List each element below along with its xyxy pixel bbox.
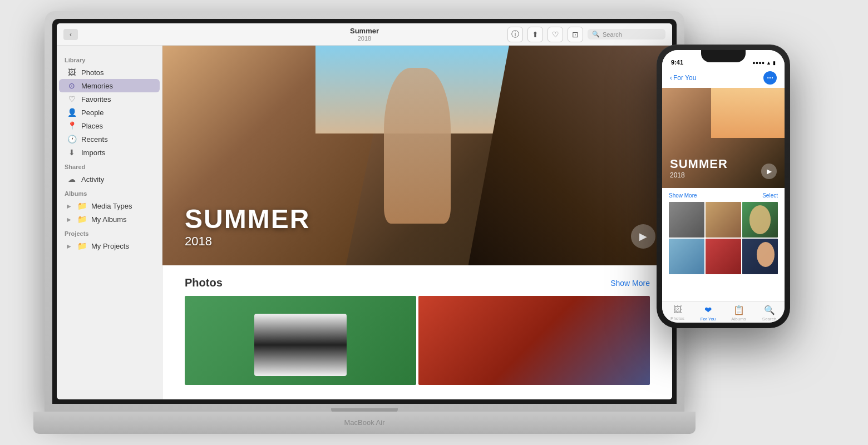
macbook: ‹ Summer 2018 ⓘ ⬆ ♡ ⊡ — [45, 11, 684, 434]
iphone-photo-grid — [669, 202, 778, 274]
iphone-thumb-6[interactable] — [742, 239, 778, 274]
search-label: Search — [603, 31, 622, 38]
info-button[interactable]: ⓘ — [507, 27, 523, 42]
search-bar[interactable]: 🔍 Search — [588, 29, 665, 39]
tab-albums-icon: 📋 — [733, 305, 744, 315]
titlebar-center: Summer 2018 — [350, 27, 379, 42]
hero-title: SUMMER — [185, 204, 310, 234]
albums-section-label: Albums — [57, 186, 162, 199]
signal-icon: ●●●● — [752, 60, 765, 66]
iphone-photos-section: Show More Select — [662, 188, 785, 279]
library-section-label: Library — [57, 52, 162, 66]
iphone-thumb-1[interactable] — [669, 202, 704, 238]
sidebar-item-memories[interactable]: ⊙ Memories — [59, 79, 160, 92]
main-content: SUMMER 2018 ▶ Photos Show More — [162, 46, 672, 399]
back-chevron-icon: ‹ — [670, 74, 672, 82]
sidebar-item-activity[interactable]: ☁ Activity — [59, 172, 160, 186]
search-icon: 🔍 — [592, 31, 600, 38]
macbook-label: MacBook Air — [33, 412, 696, 434]
sidebar-photos-label: Photos — [81, 68, 103, 77]
back-button[interactable]: ‹ — [63, 29, 78, 40]
iphone-notch — [701, 50, 746, 62]
iphone-thumb-2[interactable] — [706, 202, 741, 238]
projects-section-label: Projects — [57, 226, 162, 239]
iphone-hero-overlay: SUMMER 2018 — [670, 157, 728, 179]
sidebar-item-my-albums[interactable]: ▶ 📁 My Albums — [59, 212, 160, 226]
chevron-right-icon-2: ▶ — [67, 216, 71, 222]
iphone-tab-bar: 🖼 Photos ❤ For You 📋 Albums 🔍 Search — [662, 301, 785, 323]
tab-for-you-icon: ❤ — [704, 305, 712, 315]
sidebar-item-imports[interactable]: ⬇ Imports — [59, 146, 160, 159]
iphone-tab-for-you[interactable]: ❤ For You — [693, 305, 723, 322]
my-albums-icon: 📁 — [77, 215, 87, 224]
share-button[interactable]: ⬆ — [527, 27, 543, 42]
iphone-show-more[interactable]: Show More — [669, 192, 697, 199]
chevron-right-icon: ▶ — [67, 203, 71, 209]
show-more-button[interactable]: Show More — [610, 279, 650, 288]
iphone-select-button[interactable]: Select — [762, 192, 778, 199]
sidebar-item-places[interactable]: 📍 Places — [59, 119, 160, 132]
activity-icon: ☁ — [67, 175, 77, 184]
iphone-nav: ‹ For You ··· — [662, 68, 785, 88]
shared-section-label: Shared — [57, 159, 162, 172]
iphone-back-label: For You — [673, 74, 696, 82]
iphone: 9:41 ●●●● ▲ ▮ ‹ For You ··· — [657, 44, 790, 328]
sidebar-people-label: People — [81, 108, 103, 117]
macbook-bezel: ‹ Summer 2018 ⓘ ⬆ ♡ ⊡ — [52, 19, 677, 404]
photos-icon: 🖼 — [67, 68, 77, 77]
sidebar-recents-label: Recents — [81, 135, 108, 144]
favorite-button[interactable]: ♡ — [548, 27, 563, 42]
sidebar-item-media-types[interactable]: ▶ 📁 Media Types — [59, 199, 160, 212]
iphone-thumb-3[interactable] — [742, 202, 778, 238]
sidebar-item-photos[interactable]: 🖼 Photos — [59, 66, 160, 79]
sidebar-item-my-projects[interactable]: ▶ 📁 My Projects — [59, 239, 160, 253]
sidebar-item-people[interactable]: 👤 People — [59, 106, 160, 119]
places-icon: 📍 — [67, 121, 77, 130]
slideshow-button[interactable]: ⊡ — [568, 27, 583, 42]
sidebar-media-types-label: Media Types — [91, 202, 132, 210]
macbook-body: ‹ Summer 2018 ⓘ ⬆ ♡ ⊡ — [45, 11, 684, 412]
sidebar-places-label: Places — [81, 122, 103, 130]
macbook-base: MacBook Air — [33, 412, 696, 434]
iphone-time: 9:41 — [671, 59, 683, 66]
photo-thumbnail-2[interactable] — [418, 296, 650, 385]
sidebar-imports-label: Imports — [81, 149, 105, 157]
tab-photos-label: Photos — [670, 316, 684, 321]
iphone-body: 9:41 ●●●● ▲ ▮ ‹ For You ··· — [657, 44, 790, 328]
iphone-thumb-4[interactable] — [669, 239, 704, 274]
iphone-hero: SUMMER 2018 ▶ — [662, 88, 785, 188]
iphone-play-button[interactable]: ▶ — [761, 164, 777, 179]
people-icon: 👤 — [67, 108, 77, 117]
memories-icon: ⊙ — [67, 81, 77, 90]
sidebar-item-recents[interactable]: 🕐 Recents — [59, 132, 160, 146]
hero-overlay: SUMMER 2018 — [185, 204, 310, 249]
my-projects-icon: 📁 — [77, 241, 87, 250]
titlebar-left: ‹ — [63, 29, 78, 40]
sidebar-my-albums-label: My Albums — [91, 215, 127, 224]
iphone-thumb-5[interactable] — [706, 239, 741, 274]
titlebar-right: ⓘ ⬆ ♡ ⊡ 🔍 Search — [507, 27, 665, 42]
iphone-tab-photos[interactable]: 🖼 Photos — [662, 305, 693, 322]
sidebar: Library 🖼 Photos ⊙ Memories — [57, 46, 162, 399]
iphone-menu-button[interactable]: ··· — [763, 71, 777, 85]
tab-for-you-label: For You — [701, 317, 716, 322]
favorites-icon: ♡ — [67, 95, 77, 103]
iphone-hero-title: SUMMER — [670, 157, 728, 171]
tab-albums-label: Albums — [731, 317, 746, 322]
photos-section: Photos Show More — [162, 265, 672, 396]
photos-header: Photos Show More — [185, 276, 650, 289]
imports-icon: ⬇ — [67, 148, 77, 157]
photos-app: ‹ Summer 2018 ⓘ ⬆ ♡ ⊡ — [57, 23, 672, 399]
hero-year: 2018 — [185, 234, 310, 249]
window-subtitle: 2018 — [358, 35, 371, 42]
photos-section-label: Photos — [185, 276, 223, 289]
iphone-tab-albums[interactable]: 📋 Albums — [723, 305, 754, 322]
iphone-tab-search[interactable]: 🔍 Search — [754, 305, 785, 322]
window-title: Summer — [350, 27, 379, 35]
sidebar-activity-label: Activity — [81, 175, 104, 184]
sidebar-item-favorites[interactable]: ♡ Favorites — [59, 92, 160, 106]
photo-thumbnail-1[interactable] — [185, 296, 416, 385]
hero-person — [384, 68, 451, 224]
iphone-back-button[interactable]: ‹ For You — [670, 74, 696, 82]
play-button[interactable]: ▶ — [631, 224, 655, 249]
